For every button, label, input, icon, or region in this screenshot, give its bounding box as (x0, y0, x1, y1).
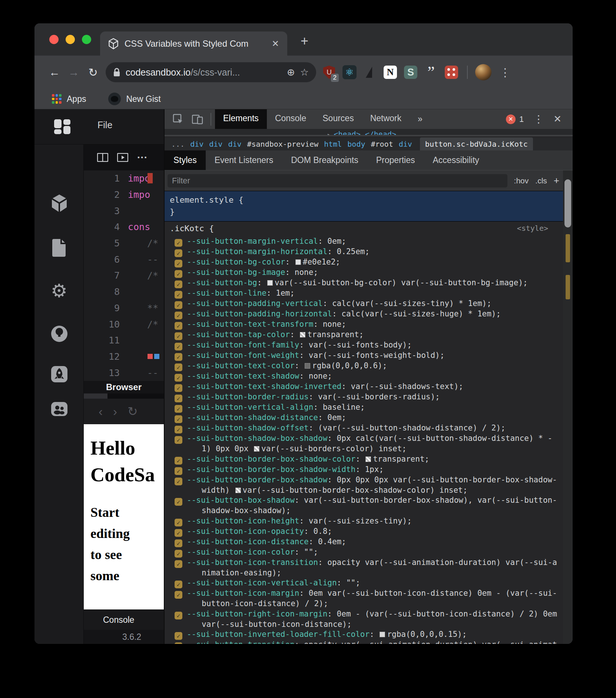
editor-line[interactable]: 7/* (84, 267, 164, 284)
property-checkbox[interactable]: ✓ (175, 260, 182, 267)
devtools-close-icon[interactable]: ✕ (553, 113, 562, 125)
color-swatch-icon[interactable] (235, 488, 241, 493)
zoom-window-button[interactable] (82, 35, 91, 44)
property-checkbox[interactable]: ✓ (175, 467, 182, 475)
styles-tab-properties[interactable]: Properties (367, 150, 424, 170)
css-property[interactable]: ✓--sui-button-border-box-shadow: 0px 0px… (170, 475, 562, 496)
rule-selector[interactable]: .icKotc { (170, 224, 214, 233)
toggle-pseudo-class-button[interactable]: :hov (514, 176, 529, 185)
property-checkbox[interactable]: ✓ (175, 374, 182, 382)
css-property[interactable]: ✓--sui-button-text-transform: none; (170, 319, 562, 330)
editor-line[interactable]: 3 (84, 203, 164, 219)
css-property[interactable]: ✓--sui-button-transition: opacity var(--… (170, 640, 562, 644)
color-swatch-icon[interactable] (305, 363, 310, 369)
property-checkbox[interactable]: ✓ (175, 280, 182, 288)
breadcrumb-item[interactable]: #sandbox-preview (247, 140, 319, 149)
styles-tab-dom-breakpoints[interactable]: DOM Breakpoints (282, 150, 367, 170)
color-swatch-icon[interactable] (267, 280, 273, 286)
run-preview-icon[interactable] (117, 153, 128, 162)
property-checkbox[interactable]: ✓ (175, 591, 182, 599)
css-property[interactable]: ✓--sui-button-tap-color: transparent; (170, 330, 562, 340)
property-checkbox[interactable]: ✓ (175, 478, 182, 485)
devtools-menu-icon[interactable]: ⋮ (533, 113, 544, 125)
breadcrumb-item[interactable]: ... (171, 140, 185, 149)
rocket-icon[interactable] (34, 366, 84, 382)
css-property[interactable]: ✓--sui-button-icon-vertical-align: ""; (170, 578, 562, 588)
devtools-tab-sources[interactable]: Sources (314, 109, 362, 129)
editor-line[interactable]: 1impo (84, 170, 164, 187)
editor-line[interactable]: 13-- (84, 365, 164, 381)
property-checkbox[interactable]: ✓ (175, 539, 182, 547)
team-icon[interactable] (34, 402, 84, 416)
breadcrumb-item[interactable]: div (209, 140, 222, 149)
bookmark-star-icon[interactable]: ☆ (300, 67, 309, 78)
css-property[interactable]: ✓--sui-button-shadow-box-shadow: 0px cal… (170, 433, 562, 454)
project-cube-icon[interactable] (34, 194, 84, 213)
console-bar[interactable]: Console (84, 609, 164, 630)
css-property[interactable]: ✓--sui-button-shadow-offset: (var(--sui-… (170, 423, 562, 433)
css-property[interactable]: ✓--sui-button-padding-vertical: calc(var… (170, 299, 562, 309)
split-view-icon[interactable] (97, 153, 108, 162)
editor-line[interactable]: 6-- (84, 251, 164, 267)
close-window-button[interactable] (49, 35, 59, 44)
property-checkbox[interactable]: ✓ (175, 415, 182, 423)
css-property[interactable]: ✓--sui-button-margin-vertical: 0em; (170, 236, 562, 247)
tab-close-icon[interactable]: ✕ (272, 39, 279, 49)
css-property[interactable]: ✓--sui-button-margin-horizontal: 0.25em; (170, 247, 562, 257)
css-property[interactable]: ✓--sui-button-bg-image: none; (170, 267, 562, 278)
profile-avatar[interactable] (475, 64, 491, 80)
more-panels-icon[interactable]: » (410, 110, 431, 128)
element-style-section[interactable]: element.style { } (165, 191, 573, 222)
ublock-extension-icon[interactable]: U 2 (322, 65, 337, 80)
property-checkbox[interactable]: ✓ (175, 550, 182, 558)
lightning-extension-icon[interactable] (362, 65, 377, 80)
css-property[interactable]: ✓--sui-button-icon-height: var(--sui-siz… (170, 516, 562, 526)
property-checkbox[interactable]: ✓ (175, 270, 182, 278)
toggle-element-classes-button[interactable]: .cls (535, 176, 547, 185)
css-property[interactable]: ✓--sui-button-font-family: var(--sui-fon… (170, 340, 562, 350)
breadcrumb-item[interactable]: body (347, 140, 365, 149)
styles-tab-event-listeners[interactable]: Event Listeners (206, 150, 282, 170)
editor-line[interactable]: 11 (84, 332, 164, 349)
property-checkbox[interactable]: ✓ (175, 642, 182, 644)
browser-tab-active[interactable]: CSS Variables with Styled Com ✕ (100, 31, 287, 56)
css-property[interactable]: ✓--sui-button-text-shadow: none; (170, 371, 562, 382)
css-property[interactable]: ✓--sui-button-icon-opacity: 0.8; (170, 526, 562, 537)
apps-grid-icon[interactable] (52, 94, 62, 104)
property-checkbox[interactable]: ✓ (175, 343, 182, 350)
property-checkbox[interactable]: ✓ (175, 291, 182, 299)
breadcrumb-item[interactable]: div (399, 140, 412, 149)
rule-origin[interactable]: <style> (517, 224, 548, 233)
editor-more-icon[interactable]: ··· (137, 152, 148, 163)
css-property[interactable]: ✓--sui-button-icon-transition: opacity v… (170, 558, 562, 578)
property-checkbox[interactable]: ✓ (175, 498, 182, 506)
notion-extension-icon[interactable]: N (383, 65, 398, 80)
files-icon[interactable] (34, 238, 84, 257)
quote-extension-icon[interactable]: ” (424, 65, 438, 80)
property-checkbox[interactable]: ✓ (175, 612, 182, 619)
editor-line[interactable]: 10/* (84, 316, 164, 332)
editor-line[interactable]: 8 (84, 284, 164, 300)
error-badge[interactable]: ✕ 1 (506, 114, 524, 124)
property-checkbox[interactable]: ✓ (175, 632, 182, 640)
address-bar[interactable]: codesandbox.io/s/css-vari... ⊕ ☆ (106, 62, 316, 82)
property-checkbox[interactable]: ✓ (175, 519, 182, 526)
preview-reload-icon[interactable]: ↻ (127, 404, 138, 419)
property-checkbox[interactable]: ✓ (175, 353, 182, 361)
css-property[interactable]: ✓--sui-button-icon-margin: 0em var(--sui… (170, 588, 562, 609)
property-checkbox[interactable]: ✓ (175, 301, 182, 309)
forward-button[interactable]: → (64, 66, 83, 79)
s-extension-icon[interactable]: S (403, 65, 418, 80)
dashboard-icon[interactable] (54, 119, 70, 135)
minimize-window-button[interactable] (66, 35, 75, 44)
styles-scrollbar[interactable] (563, 170, 573, 644)
css-property[interactable]: ✓--sui-button-right-icon-margin: 0em - (… (170, 609, 562, 630)
back-button[interactable]: ← (45, 66, 64, 79)
property-checkbox[interactable]: ✓ (175, 436, 182, 444)
css-property[interactable]: ✓--sui-button-box-shadow: var(--sui-butt… (170, 495, 562, 516)
property-checkbox[interactable]: ✓ (175, 405, 182, 413)
preview-forward-icon[interactable]: › (113, 405, 117, 419)
react-devtools-extension-icon[interactable]: ⚛ (342, 65, 357, 80)
devtools-tab-elements[interactable]: Elements (215, 109, 267, 129)
property-checkbox[interactable]: ✓ (175, 560, 182, 568)
